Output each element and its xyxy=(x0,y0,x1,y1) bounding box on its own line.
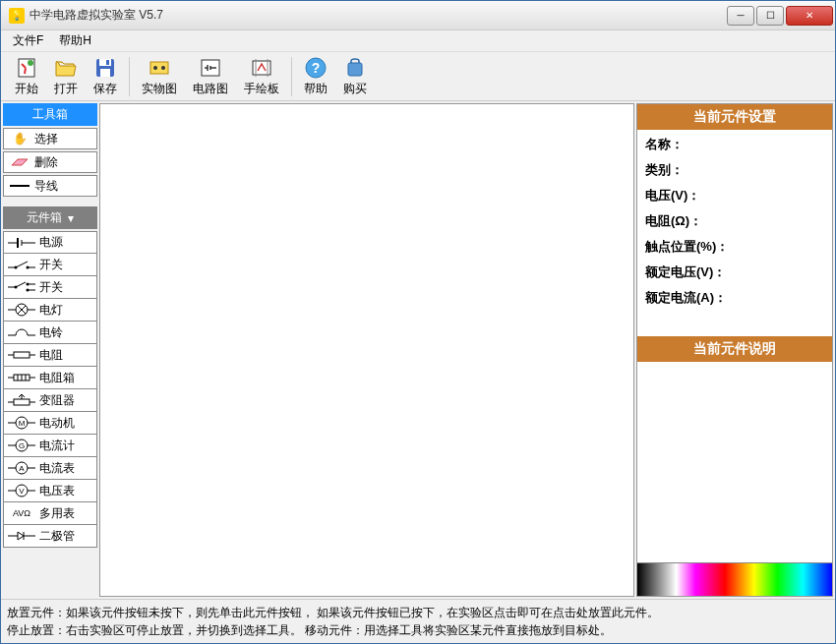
ammeter-icon: A xyxy=(6,460,37,476)
component-switch1[interactable]: 开关 xyxy=(3,254,97,276)
maximize-button[interactable]: ☐ xyxy=(756,6,784,26)
open-icon xyxy=(54,56,78,80)
menubar: 文件F 帮助H xyxy=(1,30,835,52)
left-panel: 工具箱 ✋ 选择 删除 导线 元件箱 ▾ 电源 开关 开关 电灯 xyxy=(3,103,97,597)
status-line1: 放置元件：如果该元件按钮未按下，则先单击此元件按钮， 如果该元件按钮已按下，在实… xyxy=(7,604,829,621)
svg-rect-5 xyxy=(106,60,109,65)
save-button[interactable]: 保存 xyxy=(86,54,125,99)
help-icon: ? xyxy=(304,56,328,80)
resistor-icon xyxy=(6,347,37,363)
save-label: 保存 xyxy=(93,81,117,97)
canvas-area[interactable] xyxy=(99,103,634,597)
component-voltmeter[interactable]: V电压表 xyxy=(3,480,97,502)
svg-rect-48 xyxy=(14,399,30,405)
circuit-view-button[interactable]: 电路图 xyxy=(185,54,236,99)
svg-text:V: V xyxy=(19,487,25,496)
rheostat-icon xyxy=(6,392,37,408)
svg-text:M: M xyxy=(19,419,26,428)
switch2-icon xyxy=(6,279,37,295)
minimize-button[interactable]: ─ xyxy=(727,6,754,26)
right-panel: 当前元件设置 名称： 类别： 电压(V)： 电阻(Ω)： 触点位置(%)： 额定… xyxy=(636,103,833,597)
help-button[interactable]: ? 帮助 xyxy=(296,54,335,99)
component-resistorbox[interactable]: 电阻箱 xyxy=(3,367,97,389)
buy-button[interactable]: 购买 xyxy=(335,54,375,99)
component-multimeter[interactable]: AVΩ多用表 xyxy=(3,502,97,525)
component-diode[interactable]: 二极管 xyxy=(3,525,97,548)
wire-tool[interactable]: 导线 xyxy=(3,175,97,197)
buy-icon xyxy=(343,56,367,80)
component-resistor[interactable]: 电阻 xyxy=(3,344,97,367)
toolbox-header: 工具箱 xyxy=(3,103,97,126)
component-motor[interactable]: M电动机 xyxy=(3,412,97,435)
menu-help[interactable]: 帮助H xyxy=(53,30,97,51)
wire-icon xyxy=(8,178,31,194)
svg-point-8 xyxy=(161,66,165,70)
prop-category: 类别： xyxy=(645,161,824,179)
componentbox-header[interactable]: 元件箱 ▾ xyxy=(3,206,97,229)
voltmeter-icon: V xyxy=(6,483,37,498)
diode-icon xyxy=(6,528,37,544)
svg-point-1 xyxy=(28,60,33,66)
component-ammeter[interactable]: A电流表 xyxy=(3,457,97,480)
sketch-label: 手绘板 xyxy=(244,81,279,97)
switch-icon xyxy=(6,257,37,272)
component-switch2[interactable]: 开关 xyxy=(3,276,97,299)
physical-view-button[interactable]: 实物图 xyxy=(134,54,185,99)
physical-icon xyxy=(148,56,171,80)
open-button[interactable]: 打开 xyxy=(46,54,86,99)
properties-list: 名称： 类别： 电压(V)： 电阻(Ω)： 触点位置(%)： 额定电压(V)： … xyxy=(637,130,832,336)
start-button[interactable]: 开始 xyxy=(7,54,46,99)
wire-label: 导线 xyxy=(34,178,58,195)
galvanometer-icon: G xyxy=(6,438,37,453)
eraser-icon xyxy=(8,154,31,170)
component-list: 电源 开关 开关 电灯 电铃 电阻 电阻箱 变阻器 M电动机 G电流计 A电流表… xyxy=(3,231,97,548)
help-label: 帮助 xyxy=(304,81,328,97)
titlebar: 💡 中学电路虚拟实验室 V5.7 ─ ☐ ✕ xyxy=(1,1,835,30)
start-icon xyxy=(15,56,38,80)
lamp-icon xyxy=(6,302,37,318)
svg-rect-3 xyxy=(99,59,111,66)
svg-text:G: G xyxy=(19,441,25,450)
sketch-button[interactable]: 手绘板 xyxy=(236,54,287,99)
color-picker[interactable] xyxy=(637,562,832,596)
prop-contact: 触点位置(%)： xyxy=(645,238,824,256)
component-galvanometer[interactable]: G电流计 xyxy=(3,435,97,457)
bell-icon xyxy=(6,324,37,340)
toolbar-separator xyxy=(129,57,130,96)
component-lamp[interactable]: 电灯 xyxy=(3,299,97,322)
componentbox-label: 元件箱 xyxy=(27,209,62,226)
description-header: 当前元件说明 xyxy=(637,336,832,362)
component-bell[interactable]: 电铃 xyxy=(3,322,97,344)
svg-rect-4 xyxy=(100,69,110,77)
svg-rect-39 xyxy=(14,352,30,358)
component-rheostat[interactable]: 变阻器 xyxy=(3,389,97,412)
statusbar: 放置元件：如果该元件按钮未按下，则先单击此元件按钮， 如果该元件按钮已按下，在实… xyxy=(1,599,835,643)
svg-point-7 xyxy=(153,66,157,70)
circuit-icon xyxy=(199,56,222,80)
prop-resistance: 电阻(Ω)： xyxy=(645,212,824,230)
multimeter-icon: AVΩ xyxy=(6,505,37,521)
svg-text:?: ? xyxy=(312,60,321,76)
motor-icon: M xyxy=(6,415,37,431)
power-icon xyxy=(6,235,37,251)
component-power[interactable]: 电源 xyxy=(3,231,97,254)
menu-file[interactable]: 文件F xyxy=(7,30,49,51)
select-tool[interactable]: ✋ 选择 xyxy=(3,128,97,149)
save-icon xyxy=(93,56,117,80)
delete-tool[interactable]: 删除 xyxy=(3,151,97,173)
delete-label: 删除 xyxy=(34,154,58,171)
svg-rect-6 xyxy=(150,62,168,74)
prop-voltage: 电压(V)： xyxy=(645,187,824,205)
prop-name: 名称： xyxy=(645,136,824,153)
sketch-icon xyxy=(250,56,273,80)
cursor-icon: ✋ xyxy=(8,131,31,146)
svg-rect-13 xyxy=(348,63,362,76)
resistorbox-icon xyxy=(6,370,37,385)
physical-label: 实物图 xyxy=(142,81,177,97)
open-label: 打开 xyxy=(54,81,78,97)
svg-line-21 xyxy=(16,262,28,267)
start-label: 开始 xyxy=(15,81,38,97)
select-label: 选择 xyxy=(34,131,58,147)
close-button[interactable]: ✕ xyxy=(786,6,833,26)
toolbar-separator xyxy=(291,57,292,96)
